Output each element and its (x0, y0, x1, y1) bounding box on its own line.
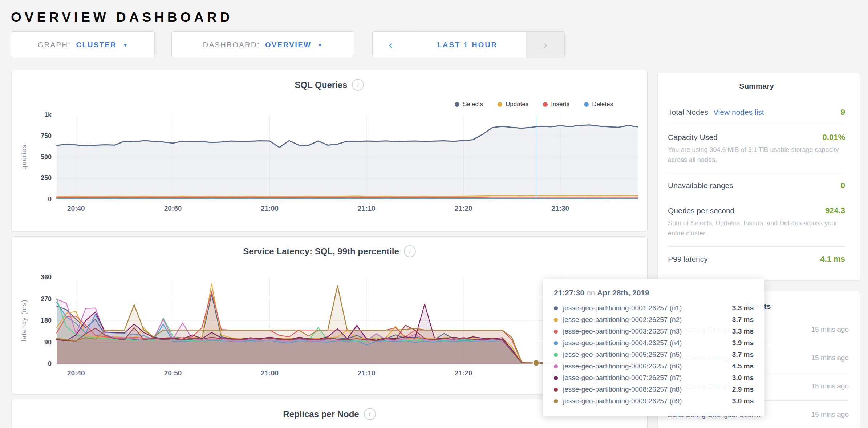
event-time-ago: 15 mins ago (808, 408, 849, 421)
tooltip-node-value: 3.0 ms (732, 397, 754, 405)
chevron-left-icon: ‹ (389, 39, 393, 51)
tooltip-node-value: 3.3 ms (732, 327, 754, 335)
tooltip-node-name: jesse-geo-partitioning-0009:26257 (n9) (563, 397, 727, 405)
time-next-button[interactable]: › (526, 32, 564, 58)
tooltip-row: jesse-geo-partitioning-0006:26257 (n6)4.… (554, 360, 754, 372)
svg-text:21:10: 21:10 (358, 205, 376, 212)
tooltip-row: jesse-geo-partitioning-0005:26257 (n5)3.… (554, 349, 754, 360)
total-nodes-value: 9 (841, 108, 845, 117)
overview-dashboard-page: OVERVIEW DASHBOARD GRAPH: CLUSTER ▼ DASH… (0, 0, 868, 428)
tooltip-node-value: 3.9 ms (732, 339, 754, 347)
svg-text:750: 750 (41, 132, 52, 140)
summary-row-capacity: Capacity Used 0.01% You are using 304.6 … (668, 125, 845, 173)
series-color-dot (554, 353, 558, 357)
svg-text:0: 0 (48, 360, 52, 367)
dashboard-dropdown-value: OVERVIEW (265, 41, 311, 49)
tooltip-rows: jesse-geo-partitioning-0001:26257 (n1)3.… (554, 302, 754, 407)
series-color-dot (554, 341, 558, 345)
svg-text:21:30: 21:30 (551, 205, 569, 212)
tooltip-on-word: on (587, 288, 595, 297)
chevron-right-icon: › (544, 39, 547, 51)
capacity-used-label: Capacity Used (668, 133, 718, 142)
series-color-dot (554, 399, 558, 403)
sql-queries-chart-card: SQL Queries i SelectsUpdatesInsertsDelet… (11, 70, 648, 231)
tooltip-node-name: jesse-geo-partitioning-0006:26257 (n6) (563, 362, 727, 370)
tooltip-row: jesse-geo-partitioning-0002:26257 (n2)3.… (554, 314, 754, 326)
svg-text:21:00: 21:00 (261, 369, 279, 377)
svg-text:21:10: 21:10 (358, 369, 376, 377)
tooltip-row: jesse-geo-partitioning-0008:26257 (n8)2.… (554, 384, 754, 395)
replicas-per-node-chart-title: Replicas per Node (283, 409, 359, 419)
event-time-ago: 15 mins ago (808, 323, 849, 336)
dashboard-dropdown[interactable]: DASHBOARD: OVERVIEW ▼ (171, 31, 354, 58)
tooltip-row: jesse-geo-partitioning-0001:26257 (n1)3.… (554, 302, 754, 314)
summary-row-qps: Queries per second 924.3 Sum of Selects,… (668, 198, 845, 247)
chevron-down-icon: ▼ (317, 42, 323, 48)
summary-row-total-nodes: Total Nodes View nodes list 9 (668, 100, 845, 125)
svg-text:20:40: 20:40 (67, 369, 85, 377)
tooltip-date: Apr 28th, 2019 (597, 288, 649, 297)
tooltip-header: 21:27:30 on Apr 28th, 2019 (554, 288, 754, 297)
tooltip-row: jesse-geo-partitioning-0009:26257 (n9)3.… (554, 395, 754, 407)
svg-text:1k: 1k (44, 111, 52, 118)
svg-text:250: 250 (41, 174, 52, 182)
series-color-dot (554, 318, 558, 322)
svg-text:90: 90 (44, 339, 52, 346)
tooltip-node-name: jesse-geo-partitioning-0002:26257 (n2) (563, 316, 727, 324)
graph-dropdown-label: GRAPH: (38, 41, 71, 49)
tooltip-node-name: jesse-geo-partitioning-0004:26257 (n4) (563, 339, 727, 347)
qps-caption: Sum of Selects, Updates, Inserts, and De… (668, 218, 845, 239)
summary-row-unavailable-ranges: Unavailable ranges 0 (668, 173, 845, 198)
tooltip-node-name: jesse-geo-partitioning-0003:26257 (n3) (563, 327, 727, 335)
tooltip-row: jesse-geo-partitioning-0003:26257 (n3)3.… (554, 326, 754, 337)
event-time-ago: 15 mins ago (808, 351, 849, 364)
dashboard-dropdown-label: DASHBOARD: (203, 41, 260, 49)
view-nodes-list-link[interactable]: View nodes list (713, 108, 764, 117)
p99-latency-value: 4.1 ms (820, 254, 845, 264)
tooltip-node-value: 3.7 ms (732, 351, 754, 359)
info-icon[interactable]: i (364, 408, 376, 420)
series-color-dot (554, 330, 558, 334)
svg-text:21:20: 21:20 (455, 369, 472, 377)
series-color-dot (554, 364, 558, 368)
qps-value: 924.3 (825, 206, 845, 215)
event-time-ago: 15 mins ago (808, 380, 849, 393)
p99-latency-label: P99 latency (668, 255, 708, 263)
svg-text:latency (ms): latency (ms) (20, 299, 28, 341)
graph-dropdown-value: CLUSTER (76, 41, 117, 49)
svg-text:500: 500 (41, 153, 52, 161)
summary-panel: Summary Total Nodes View nodes list 9 Ca… (657, 73, 860, 281)
summary-title: Summary (668, 82, 845, 90)
tooltip-node-value: 2.9 ms (732, 385, 754, 393)
tooltip-node-value: 3.7 ms (732, 316, 754, 324)
tooltip-node-value: 3.3 ms (732, 304, 754, 312)
qps-label: Queries per second (668, 206, 734, 215)
tooltip-time: 21:27:30 (554, 288, 584, 297)
series-color-dot (554, 388, 558, 392)
summary-row-p99: P99 latency 4.1 ms (668, 247, 845, 271)
sql-queries-plot[interactable]: 02505007501k20:4020:5021:0021:1021:2021:… (12, 70, 647, 231)
time-prev-button[interactable]: ‹ (373, 32, 409, 58)
svg-text:180: 180 (41, 317, 52, 324)
svg-text:21:00: 21:00 (261, 205, 279, 212)
svg-text:queries: queries (20, 144, 28, 169)
capacity-used-caption: You are using 304.6 MiB of 3.1 TiB usabl… (668, 145, 845, 165)
chevron-down-icon: ▼ (122, 42, 128, 48)
tooltip-node-name: jesse-geo-partitioning-0008:26257 (n8) (563, 385, 727, 393)
tooltip-node-name: jesse-geo-partitioning-0005:26257 (n5) (563, 351, 727, 359)
tooltip-row: jesse-geo-partitioning-0007:26257 (n7)3.… (554, 372, 754, 384)
svg-text:20:50: 20:50 (164, 369, 182, 377)
tooltip-node-value: 3.0 ms (732, 374, 754, 382)
svg-text:20:50: 20:50 (164, 205, 182, 212)
tooltip-row: jesse-geo-partitioning-0004:26257 (n4)3.… (554, 337, 754, 349)
time-range-selector: ‹ LAST 1 HOUR › (372, 31, 565, 58)
svg-text:0: 0 (48, 195, 52, 203)
graph-dropdown[interactable]: GRAPH: CLUSTER ▼ (11, 31, 155, 58)
svg-text:21:20: 21:20 (455, 205, 472, 212)
unavailable-ranges-value: 0 (841, 181, 845, 190)
total-nodes-label: Total Nodes (668, 108, 708, 117)
series-color-dot (554, 306, 558, 310)
tooltip-node-name: jesse-geo-partitioning-0007:26257 (n7) (563, 374, 727, 382)
tooltip-node-value: 4.5 ms (732, 362, 754, 370)
time-range-label[interactable]: LAST 1 HOUR (409, 32, 526, 58)
